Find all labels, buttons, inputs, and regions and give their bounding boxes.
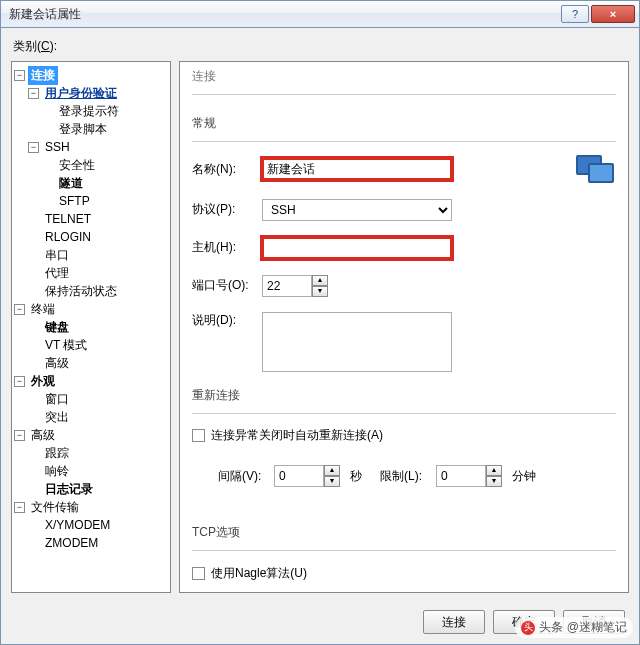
collapse-icon[interactable]: − [28,142,39,153]
checkbox-box-icon [192,567,205,580]
spin-up-icon[interactable]: ▲ [486,465,502,476]
tree-ssh[interactable]: SSH [42,139,73,155]
connection-icon [576,149,616,189]
tree-log[interactable]: 日志记录 [42,480,96,499]
tree-bell[interactable]: 响铃 [42,462,72,481]
limit-spinner[interactable]: ▲▼ [436,465,502,487]
tree-zmodem[interactable]: ZMODEM [42,535,101,551]
tree-vt[interactable]: VT 模式 [42,336,90,355]
protocol-label: 协议(P): [192,201,262,218]
auto-reconnect-checkbox[interactable]: 连接异常关闭时自动重新连接(A) [192,427,616,444]
host-input[interactable] [262,237,452,259]
host-label: 主机(H): [192,239,262,256]
nagle-label: 使用Nagle算法(U) [211,565,307,582]
settings-pane: 连接 常规 名称(N): 协议(P): SSH 主机(H): 端口号(O): [179,61,629,593]
tree-file-transfer[interactable]: 文件传输 [28,498,82,517]
tree-highlight[interactable]: 突出 [42,408,72,427]
port-label: 端口号(O): [192,277,262,294]
name-input[interactable] [262,158,452,180]
tree-login-prompt[interactable]: 登录提示符 [56,102,122,121]
spin-up-icon[interactable]: ▲ [324,465,340,476]
name-label: 名称(N): [192,161,262,178]
tree-telnet[interactable]: TELNET [42,211,94,227]
pane-title: 连接 [192,68,616,85]
tree-xymodem[interactable]: X/YMODEM [42,517,113,533]
tree-trace[interactable]: 跟踪 [42,444,72,463]
port-input[interactable] [262,275,312,297]
tree-security[interactable]: 安全性 [56,156,98,175]
title-bar: 新建会话属性 ? × [0,0,640,28]
collapse-icon[interactable]: − [14,502,25,513]
dialog-body: 类别(C): −连接 −用户身份验证 登录提示符 登录脚本 [0,28,640,645]
section-reconnect: 重新连接 [192,387,616,404]
collapse-icon[interactable]: − [28,88,39,99]
window-title: 新建会话属性 [9,6,559,23]
port-spinner[interactable]: ▲▼ [262,275,328,297]
section-tcp: TCP选项 [192,524,616,541]
collapse-icon[interactable]: − [14,304,25,315]
spin-down-icon[interactable]: ▼ [312,286,328,297]
tree-serial[interactable]: 串口 [42,246,72,265]
tree-adv-t[interactable]: 高级 [42,354,72,373]
interval-label: 间隔(V): [218,468,274,485]
nagle-checkbox[interactable]: 使用Nagle算法(U) [192,565,616,582]
tree-auth[interactable]: 用户身份验证 [42,84,120,103]
spin-up-icon[interactable]: ▲ [312,275,328,286]
ok-button[interactable]: 确定 [493,610,555,634]
tree-login-script[interactable]: 登录脚本 [56,120,110,139]
spin-down-icon[interactable]: ▼ [486,476,502,487]
tree-connection[interactable]: 连接 [28,66,58,85]
spin-down-icon[interactable]: ▼ [324,476,340,487]
tree-advanced[interactable]: 高级 [28,426,58,445]
help-button[interactable]: ? [561,5,589,23]
dialog-buttons: 连接 确定 取消 [423,610,625,634]
collapse-icon[interactable]: − [14,376,25,387]
interval-input[interactable] [274,465,324,487]
limit-label: 限制(L): [380,468,436,485]
collapse-icon[interactable]: − [14,430,25,441]
interval-unit: 秒 [350,468,362,485]
tree-rlogin[interactable]: RLOGIN [42,229,94,245]
limit-unit: 分钟 [512,468,536,485]
collapse-icon[interactable]: − [14,70,25,81]
tree-tunnel[interactable]: 隧道 [56,174,86,193]
tree-appearance[interactable]: 外观 [28,372,58,391]
section-general: 常规 [192,115,616,132]
interval-spinner[interactable]: ▲▼ [274,465,340,487]
category-label: 类别(C): [13,38,629,55]
category-tree[interactable]: −连接 −用户身份验证 登录提示符 登录脚本 −SSH 安 [11,61,171,593]
cancel-button[interactable]: 取消 [563,610,625,634]
tree-sftp[interactable]: SFTP [56,193,93,209]
limit-input[interactable] [436,465,486,487]
tree-terminal[interactable]: 终端 [28,300,58,319]
connect-button[interactable]: 连接 [423,610,485,634]
desc-input[interactable] [262,312,452,372]
close-button[interactable]: × [591,5,635,23]
tree-proxy[interactable]: 代理 [42,264,72,283]
auto-reconnect-label: 连接异常关闭时自动重新连接(A) [211,427,383,444]
tree-window[interactable]: 窗口 [42,390,72,409]
protocol-select[interactable]: SSH [262,199,452,221]
checkbox-box-icon [192,429,205,442]
tree-keyboard[interactable]: 键盘 [42,318,72,337]
tree-keepalive[interactable]: 保持活动状态 [42,282,120,301]
desc-label: 说明(D): [192,312,262,329]
